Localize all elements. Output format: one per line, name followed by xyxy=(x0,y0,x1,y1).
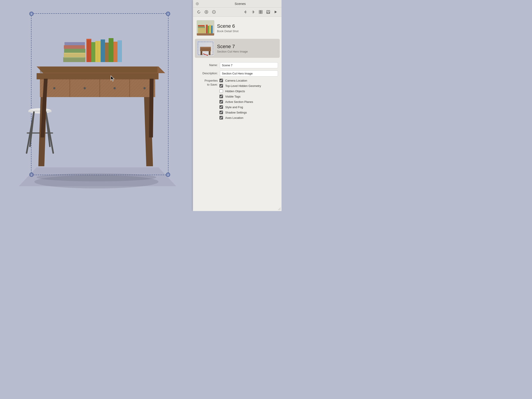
move-scene-left-button[interactable] xyxy=(242,9,249,15)
scene-7-info: Scene 7 Section Cut Hero Image xyxy=(217,44,278,53)
active-section-planes-checkbox[interactable] xyxy=(219,100,223,103)
scene-6-info: Scene 6 Book Detail Shot xyxy=(217,23,278,33)
canvas-area: 2 2 2 2 xyxy=(0,0,193,211)
axes-location-row: Axes Location xyxy=(219,116,278,120)
svg-rect-39 xyxy=(64,42,85,45)
scene-6-desc: Book Detail Shot xyxy=(217,30,278,33)
visible-tags-checkbox[interactable] xyxy=(219,95,223,98)
svg-rect-45 xyxy=(105,43,109,62)
name-row: Name: xyxy=(197,62,278,68)
description-row: Description: xyxy=(197,70,278,76)
svg-rect-72 xyxy=(198,25,205,26)
hidden-objects-checkbox[interactable] xyxy=(219,89,223,93)
svg-rect-82 xyxy=(209,51,211,55)
svg-rect-75 xyxy=(209,25,211,33)
scene-6-name: Scene 6 xyxy=(217,23,278,29)
save-button[interactable] xyxy=(265,9,271,15)
panel-title: Scenes xyxy=(202,2,279,6)
add-scene-button[interactable] xyxy=(203,9,209,15)
svg-rect-71 xyxy=(198,26,205,28)
panel-toolbar xyxy=(193,7,282,17)
svg-rect-67 xyxy=(267,10,269,12)
properties-area: Name: Description: Propertiesto Save: Ca… xyxy=(193,60,282,211)
svg-rect-65 xyxy=(261,12,262,13)
visible-tags-row: Visible Tags xyxy=(219,95,278,98)
svg-rect-34 xyxy=(64,57,85,58)
svg-rect-76 xyxy=(211,25,213,33)
svg-marker-69 xyxy=(275,11,277,13)
svg-rect-77 xyxy=(197,33,214,35)
active-section-planes-label: Active Section Planes xyxy=(225,100,253,103)
scene-item-6[interactable]: Scene 6 Book Detail Shot xyxy=(195,18,280,38)
hidden-geometry-checkbox[interactable] xyxy=(219,84,223,88)
active-section-row: Active Section Planes xyxy=(219,100,278,103)
svg-rect-10 xyxy=(28,110,51,112)
name-input[interactable] xyxy=(220,62,278,68)
resize-grip[interactable] xyxy=(277,207,281,210)
description-input[interactable] xyxy=(220,70,278,76)
svg-rect-73 xyxy=(206,25,208,33)
svg-rect-26 xyxy=(40,79,155,97)
window-close-button[interactable] xyxy=(196,2,199,5)
hidden-obj-row: Hidden Objects xyxy=(219,89,278,93)
svg-rect-68 xyxy=(267,12,269,13)
grid-view-button[interactable] xyxy=(258,9,264,15)
svg-rect-80 xyxy=(200,48,211,51)
svg-rect-36 xyxy=(64,53,85,53)
svg-rect-38 xyxy=(64,45,85,49)
svg-rect-37 xyxy=(64,49,85,53)
camera-location-checkbox[interactable] xyxy=(219,79,223,82)
svg-line-83 xyxy=(203,54,208,55)
properties-to-save-section: Propertiesto Save: Camera Location Top-L… xyxy=(197,79,278,121)
svg-rect-33 xyxy=(63,57,85,62)
move-scene-right-button[interactable] xyxy=(250,9,256,15)
svg-rect-64 xyxy=(259,12,260,13)
svg-rect-44 xyxy=(101,39,105,62)
shadow-settings-checkbox[interactable] xyxy=(219,111,223,114)
scene-7-name: Scene 7 xyxy=(217,44,278,50)
panel-titlebar: Scenes xyxy=(193,0,282,7)
svg-rect-48 xyxy=(117,40,122,62)
svg-rect-62 xyxy=(259,10,260,12)
hidden-geometry-label: Top-Level Hidden Geometry xyxy=(225,84,261,88)
svg-rect-42 xyxy=(91,42,95,62)
refresh-scenes-button[interactable] xyxy=(196,9,202,15)
svg-marker-32 xyxy=(149,79,154,137)
axes-location-checkbox[interactable] xyxy=(219,116,223,120)
svg-rect-70 xyxy=(198,28,205,33)
scene-7-thumbnail xyxy=(197,41,214,56)
hidden-objects-label: Hidden Objects xyxy=(225,89,245,93)
style-fog-row: Style and Fog xyxy=(219,105,278,109)
axes-location-label: Axes Location xyxy=(225,116,243,120)
desk-scene xyxy=(0,0,193,211)
description-label: Description: xyxy=(197,72,218,75)
properties-to-save-label: Propertiesto Save: xyxy=(197,79,218,87)
scene-7-desc: Section Cut Hero Image xyxy=(217,50,278,53)
style-fog-checkbox[interactable] xyxy=(219,105,223,109)
svg-line-85 xyxy=(279,208,281,210)
checkboxes-col: Camera Location Top-Level Hidden Geometr… xyxy=(218,79,278,121)
svg-rect-47 xyxy=(114,42,117,62)
remove-scene-button[interactable] xyxy=(211,9,217,15)
visible-tags-label: Visible Tags xyxy=(225,95,241,98)
svg-rect-81 xyxy=(201,51,202,55)
shadow-settings-label: Shadow Settings xyxy=(225,111,247,114)
svg-rect-17 xyxy=(37,73,158,79)
style-fog-label: Style and Fog xyxy=(225,106,243,109)
svg-rect-43 xyxy=(95,41,101,62)
scene-item-7[interactable]: Scene 7 Section Cut Hero Image xyxy=(195,39,280,58)
scenes-panel: Scenes xyxy=(193,0,282,211)
shadow-settings-row: Shadow Settings xyxy=(219,111,278,114)
name-label: Name: xyxy=(197,63,218,67)
svg-line-86 xyxy=(280,209,281,210)
svg-marker-52 xyxy=(19,167,176,186)
svg-rect-79 xyxy=(200,47,211,48)
svg-rect-74 xyxy=(208,26,209,33)
hidden-geo-row: Top-Level Hidden Geometry xyxy=(219,84,278,88)
camera-location-row: Camera Location xyxy=(219,79,278,82)
svg-rect-63 xyxy=(261,10,262,12)
export-button[interactable] xyxy=(273,9,279,15)
camera-location-label: Camera Location xyxy=(225,79,247,82)
scene-6-thumbnail xyxy=(197,20,214,36)
svg-rect-28 xyxy=(40,66,157,73)
